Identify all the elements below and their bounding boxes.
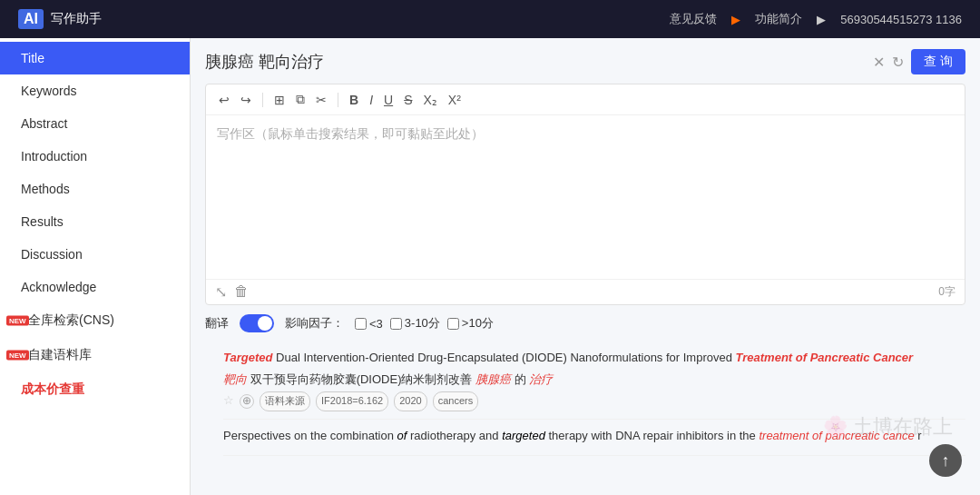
filter-lt3-checkbox[interactable]	[355, 318, 367, 330]
sidebar-item-cost[interactable]: 成本价查重	[0, 372, 190, 407]
content-area: ✕ ↻ 查 询 ↩ ↪ ⊞ ⧉ ✂ B I U S X₂ X²	[191, 38, 980, 495]
sidebar-item-introduction[interactable]: Introduction	[0, 140, 190, 173]
sidebar-item-title[interactable]: Title	[0, 42, 190, 74]
italic-button[interactable]: I	[366, 91, 377, 109]
sidebar-item-discussion[interactable]: Discussion	[0, 238, 190, 271]
sidebar: Title Keywords Abstract Introduction Met…	[0, 38, 191, 495]
translate-label: 翻译	[205, 315, 229, 332]
filter-lt3[interactable]: <3	[355, 317, 383, 331]
brand: AI 写作助手	[18, 9, 102, 29]
sidebar-item-cns[interactable]: 全库检索(CNS)	[0, 303, 190, 338]
filter-3-10-checkbox[interactable]	[390, 318, 402, 330]
result-title-2: Perspectives on the combination of radio…	[223, 427, 965, 445]
sidebar-item-corpus[interactable]: 自建语料库	[0, 338, 190, 372]
translate-toggle[interactable]	[240, 314, 274, 332]
result-text-2b: radiotherapy and	[410, 429, 502, 442]
filter-3-10-label: 3-10分	[405, 315, 440, 332]
phone-number: 56930544515273 1136	[840, 13, 962, 26]
main-layout: Title Keywords Abstract Introduction Met…	[0, 38, 980, 495]
sidebar-item-methods[interactable]: Methods	[0, 173, 190, 205]
result-text-2c: therapy with DNA repair inhibitors in th…	[548, 429, 759, 442]
filter-3-10[interactable]: 3-10分	[390, 315, 440, 332]
superscript-button[interactable]: X²	[445, 91, 465, 109]
divider1	[262, 93, 263, 107]
editor-placeholder: 写作区（鼠标单击搜索结果，即可黏贴至此处）	[217, 126, 484, 141]
result-text-1: Dual Intervention-Oriented Drug-Encapsul…	[276, 351, 736, 364]
translate-row: 翻译 影响因子： <3 3-10分 >10分	[205, 314, 965, 332]
cn-highlight-3: 治疗	[529, 372, 553, 386]
title-input[interactable]	[205, 53, 866, 72]
sidebar-item-abstract[interactable]: Abstract	[0, 107, 190, 140]
footer-icons: ⤡ 🗑	[215, 283, 249, 301]
arrow-icon2: ▶	[817, 13, 826, 26]
results-list: Targeted Dual Intervention-Oriented Drug…	[205, 342, 965, 456]
arrow-icon: ▶	[731, 13, 740, 26]
result-chinese-1: 靶向 双干预导向药物胶囊(DIODE)纳米制剂改善 胰腺癌 的 治疗	[223, 371, 965, 389]
editor-footer: ⤡ 🗑 0字	[206, 279, 965, 304]
delete-icon[interactable]: 🗑	[234, 283, 249, 301]
cn-highlight-2: 胰腺癌	[475, 372, 511, 386]
highlight-of: of	[397, 429, 407, 442]
navbar-right: 意见反馈 ▶ 功能简介 ▶ 56930544515273 1136	[670, 11, 962, 27]
filter-gt10[interactable]: >10分	[447, 315, 494, 332]
strike-button[interactable]: S	[400, 91, 416, 109]
result-text-2d: r	[917, 429, 921, 442]
filter-lt3-label: <3	[369, 317, 383, 331]
sidebar-item-results[interactable]: Results	[0, 205, 190, 238]
result-item-2: Perspectives on the combination of radio…	[223, 420, 965, 457]
filter-gt10-label: >10分	[462, 315, 494, 332]
grid-button[interactable]: ⊞	[270, 91, 289, 109]
divider2	[338, 93, 338, 107]
highlight-targeted: Targeted	[223, 351, 272, 364]
title-icons: ✕ ↻ 查 询	[873, 49, 965, 74]
title-row: ✕ ↻ 查 询	[205, 49, 965, 74]
star-icon-1[interactable]: ☆	[223, 391, 234, 411]
filter-gt10-checkbox[interactable]	[447, 318, 459, 330]
app-title: 写作助手	[51, 11, 102, 27]
cn-text-1: 双干预导向药物胶囊(DIODE)纳米制剂改善	[250, 372, 473, 386]
refresh-icon[interactable]: ↻	[892, 54, 904, 71]
highlight-treatment: Treatment of Pancreatic Cancer	[736, 351, 914, 364]
undo-button[interactable]: ↩	[215, 91, 233, 109]
tag-year: 2020	[394, 391, 426, 411]
expand-icon[interactable]: ⤡	[215, 283, 227, 301]
editor-body[interactable]: 写作区（鼠标单击搜索结果，即可黏贴至此处）	[206, 115, 965, 279]
tag-if: IF2018=6.162	[316, 391, 388, 411]
cn-highlight-1: 靶向	[223, 372, 247, 386]
subscript-button[interactable]: X₂	[419, 91, 440, 109]
result-text-2a: Perspectives on the combination	[223, 429, 397, 442]
highlight-treatment2: treatment of pancreatic cance	[759, 429, 914, 442]
logo: AI	[18, 9, 44, 29]
copy-button[interactable]: ⧉	[292, 90, 309, 109]
navbar: AI 写作助手 意见反馈 ▶ 功能简介 ▶ 56930544515273 113…	[0, 0, 980, 38]
feedback-link[interactable]: 意见反馈	[670, 11, 717, 27]
scissors-button[interactable]: ✂	[312, 91, 330, 109]
bold-button[interactable]: B	[346, 91, 362, 109]
char-count: 0字	[938, 284, 956, 300]
features-link[interactable]: 功能简介	[755, 11, 802, 27]
cn-text-2: 的	[514, 372, 526, 386]
scroll-top-button[interactable]: ↑	[929, 444, 962, 477]
toolbar: ↩ ↪ ⊞ ⧉ ✂ B I U S X₂ X²	[206, 84, 965, 115]
result-meta-1: ☆ ⊕ 语料来源 IF2018=6.162 2020 cancers	[223, 391, 965, 411]
redo-button[interactable]: ↪	[237, 91, 255, 109]
info-icon-1[interactable]: ⊕	[240, 394, 254, 409]
editor-container: ↩ ↪ ⊞ ⧉ ✂ B I U S X₂ X² 写作区（鼠标单击搜索结果，即可黏…	[205, 84, 965, 305]
tag-source: 语料来源	[260, 391, 310, 411]
tag-journal: cancers	[433, 391, 479, 411]
underline-button[interactable]: U	[380, 91, 397, 109]
filter-group: <3 3-10分 >10分	[355, 315, 494, 332]
result-item-1: Targeted Dual Intervention-Oriented Drug…	[223, 342, 965, 420]
sidebar-item-keywords[interactable]: Keywords	[0, 74, 190, 107]
filter-label: 影响因子：	[285, 315, 344, 332]
query-button[interactable]: 查 询	[911, 49, 965, 74]
sidebar-item-acknowledge[interactable]: Acknowledge	[0, 271, 190, 303]
result-title-1: Targeted Dual Intervention-Oriented Drug…	[223, 349, 965, 367]
toggle-slider	[240, 314, 274, 332]
highlight-targeted2: targeted	[502, 429, 545, 442]
clear-icon[interactable]: ✕	[873, 54, 885, 71]
